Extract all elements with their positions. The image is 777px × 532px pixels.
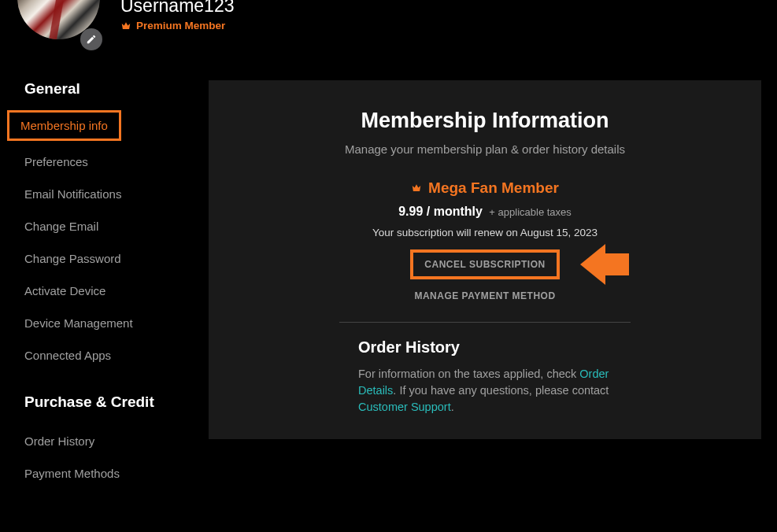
sidebar: General Membership info Preferences Emai… [0, 57, 201, 490]
sidebar-item-membership-info[interactable]: Membership info [7, 110, 121, 141]
sidebar-item-payment-methods[interactable]: Payment Methods [24, 457, 120, 490]
customer-support-link[interactable]: Customer Support [358, 401, 451, 413]
sidebar-section-general: General [24, 80, 201, 98]
page-title: Membership Information [209, 109, 761, 133]
membership-card: Membership Information Manage your membe… [209, 80, 761, 439]
manage-payment-link[interactable]: MANAGE PAYMENT METHOD [209, 290, 761, 301]
membership-tier: Mega Fan Member [428, 179, 559, 197]
order-text-part: For information on the taxes applied, ch… [358, 368, 579, 380]
cancel-subscription-button[interactable]: CANCEL SUBSCRIPTION [410, 249, 559, 279]
main-content: Membership Information Manage your membe… [209, 80, 761, 490]
sidebar-item-activate-device[interactable]: Activate Device [24, 275, 105, 307]
order-text-part: . If you have any questions, please cont… [393, 384, 609, 397]
sidebar-item-change-email[interactable]: Change Email [24, 210, 98, 242]
premium-label: Premium Member [136, 20, 225, 31]
sidebar-item-connected-apps[interactable]: Connected Apps [24, 339, 111, 371]
edit-avatar-button[interactable] [80, 28, 102, 50]
sidebar-item-order-history[interactable]: Order History [24, 425, 94, 457]
order-history-text: For information on the taxes applied, ch… [358, 366, 612, 416]
order-text-part: . [451, 401, 454, 413]
renewal-text: Your subscription will renew on August 1… [209, 227, 761, 238]
price: 9.99 / monthly [398, 205, 483, 218]
page-subtitle: Manage your membership plan & order hist… [209, 142, 761, 156]
username: Username123 [120, 0, 234, 17]
crown-icon [120, 20, 131, 31]
divider [339, 322, 631, 323]
callout-arrow-icon [580, 244, 605, 285]
order-history-title: Order History [358, 338, 612, 357]
price-line: 9.99 / monthly + applicable taxes [209, 205, 761, 219]
sidebar-item-device-management[interactable]: Device Management [24, 307, 133, 339]
tax-note: + applicable taxes [489, 206, 571, 218]
sidebar-item-preferences[interactable]: Preferences [24, 146, 88, 178]
sidebar-item-change-password[interactable]: Change Password [24, 242, 121, 275]
crown-icon [411, 183, 422, 194]
pencil-icon [86, 34, 97, 45]
sidebar-section-purchase: Purchase & Credit [24, 393, 201, 411]
profile-header: Username123 Premium Member [0, 0, 777, 57]
sidebar-item-email-notifications[interactable]: Email Notifications [24, 178, 121, 210]
